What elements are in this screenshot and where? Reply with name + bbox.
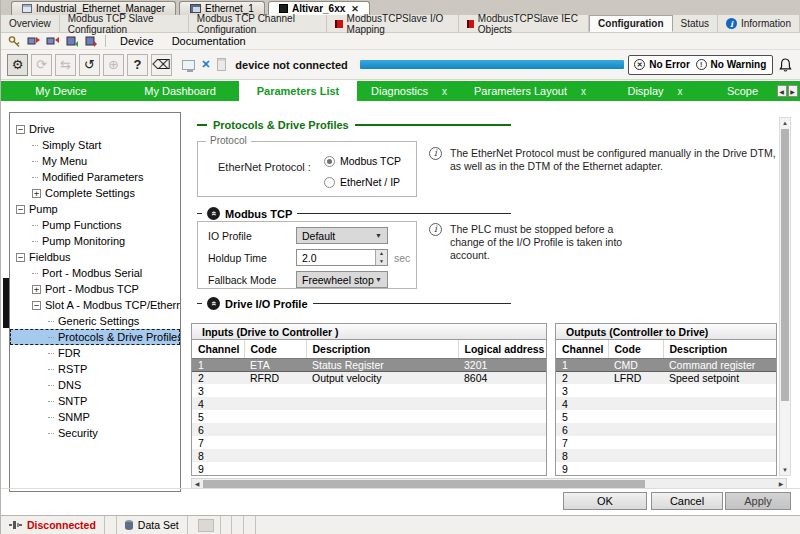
table-row[interactable]: 4	[556, 397, 776, 410]
tree-item-modified-parameters[interactable]: Modified Parameters	[10, 169, 180, 185]
table-row[interactable]: 3	[556, 384, 776, 397]
tree-item-pump[interactable]: −Pump	[10, 201, 180, 217]
collapse-section-icon[interactable]: «	[207, 297, 220, 310]
table-row[interactable]: 6	[192, 423, 546, 436]
disconnect-device-icon[interactable]	[44, 34, 61, 48]
fallback-mode-select[interactable]: Freewheel stop ▼	[296, 271, 388, 288]
load-from-device-icon[interactable]	[82, 34, 99, 48]
load-to-device-icon[interactable]	[63, 34, 80, 48]
table-row[interactable]: 2RFRDOutput velocity8604	[192, 371, 546, 384]
tree-item-security[interactable]: Security	[10, 425, 180, 441]
nav-tab-parameters-list[interactable]: Parameters List	[239, 81, 357, 101]
table-row[interactable]: 5	[192, 410, 546, 423]
tree-item-fieldbus[interactable]: −Fieldbus	[10, 249, 180, 265]
io-profile-select[interactable]: Default ▼	[296, 227, 388, 244]
table-row[interactable]: 5	[556, 410, 776, 423]
collapse-icon[interactable]: −	[16, 125, 25, 134]
nav-tab-my-device[interactable]: My Device	[1, 81, 121, 101]
nav-tab-diagnostics[interactable]: Diagnostics x	[357, 81, 461, 101]
divider	[1, 488, 800, 489]
holdup-time-stepper[interactable]: 2.0 ▲▼	[296, 249, 388, 266]
scroll-left-icon[interactable]: ◀	[777, 85, 787, 97]
erase-button[interactable]: ⌫	[151, 54, 172, 76]
key-icon[interactable]	[6, 34, 23, 48]
scroll-left-icon[interactable]: ◀	[192, 480, 202, 487]
arrow-up-icon[interactable]: ▲	[376, 250, 387, 258]
collapse-section-icon[interactable]: «	[207, 207, 220, 220]
scroll-up-icon[interactable]: ▲	[780, 118, 790, 128]
close-icon[interactable]: x	[442, 86, 447, 97]
nav-tab-my-dashboard[interactable]: My Dashboard	[121, 81, 239, 101]
radio-ethernet-ip[interactable]: EtherNet / IP	[324, 176, 400, 188]
tree-item-port-modbus-tcp[interactable]: +Port - Modbus TCP	[10, 281, 180, 297]
tab-status[interactable]: Status	[673, 15, 718, 32]
tree-item-snmp[interactable]: SNMP	[10, 409, 180, 425]
settings-gear-button[interactable]: ⚙	[7, 54, 28, 76]
vertical-scrollbar[interactable]: ▲ ▼	[779, 117, 791, 476]
table-row[interactable]: 1CMDCommand register	[556, 358, 776, 371]
cancel-button[interactable]: Cancel	[651, 492, 723, 510]
table-row[interactable]: 4	[192, 397, 546, 410]
arrow-down-icon[interactable]: ▼	[376, 258, 387, 266]
collapse-icon[interactable]: −	[16, 253, 25, 262]
table-row[interactable]: 6	[556, 423, 776, 436]
refresh-button[interactable]: ⟳	[31, 54, 52, 76]
collapse-icon[interactable]: −	[32, 301, 41, 310]
table-row[interactable]: 9	[556, 462, 776, 475]
table-row[interactable]: 8	[192, 449, 546, 462]
nav-tab-parameters-layout[interactable]: Parameters Layout x	[461, 81, 599, 101]
radio-modbus-tcp[interactable]: Modbus TCP	[324, 155, 401, 167]
stepper-arrows[interactable]: ▲▼	[375, 250, 387, 265]
close-icon[interactable]: x	[581, 86, 586, 97]
help-button[interactable]: ?	[127, 54, 148, 76]
tree-item-dns[interactable]: DNS	[10, 377, 180, 393]
tab-configuration[interactable]: Configuration	[589, 15, 673, 32]
tab-modbustcpslave-io-mapping[interactable]: ModbusTCPSlave I/O Mapping	[327, 15, 458, 32]
expand-icon[interactable]: +	[32, 285, 41, 294]
expand-icon[interactable]: +	[32, 189, 41, 198]
tab-overview[interactable]: Overview	[1, 15, 60, 32]
tree-item-drive[interactable]: −Drive	[10, 121, 180, 137]
menu-device[interactable]: Device	[112, 35, 162, 47]
table-row[interactable]: 8	[556, 449, 776, 462]
tree-item-slot-a-modbus-tcp-ethernetip[interactable]: −Slot A - Modbus TCP/EthernetIP	[10, 297, 180, 313]
table-row[interactable]: 9	[192, 462, 546, 475]
compare-button[interactable]: ⇆	[55, 54, 76, 76]
scroll-down-icon[interactable]: ▼	[780, 465, 790, 475]
scroll-right-icon[interactable]: ▶	[788, 85, 798, 97]
collapse-icon[interactable]: −	[16, 205, 25, 214]
nav-tab-scope[interactable]: Scope	[711, 81, 774, 101]
tree-item-my-menu[interactable]: My Menu	[10, 153, 180, 169]
table-row[interactable]: 1ETAStatus Register3201	[192, 358, 546, 371]
tab-modbus-tcp-slave-configuration[interactable]: Modbus TCP Slave Configuration	[60, 15, 189, 32]
tab-information[interactable]: i Information	[718, 15, 800, 32]
tab-modbustcpslave-iec-objects[interactable]: ModbusTCPSlave IEC Objects	[459, 15, 589, 32]
tab-modbus-tcp-channel-configuration[interactable]: Modbus TCP Channel Configuration	[189, 15, 327, 32]
target-button[interactable]: ⊕	[103, 54, 124, 76]
apply-button[interactable]: Apply	[725, 492, 791, 510]
scroll-right-icon[interactable]: ▶	[776, 480, 786, 487]
tree-item-fdr[interactable]: FDR	[10, 345, 180, 361]
tree-item-protocols-drive-profiles[interactable]: Protocols & Drive Profiles	[10, 329, 180, 345]
tree-item-port-modbus-serial[interactable]: Port - Modbus Serial	[10, 265, 180, 281]
tree-item-pump-monitoring[interactable]: Pump Monitoring	[10, 233, 180, 249]
scrollbar-thumb[interactable]	[203, 480, 645, 488]
menu-documentation[interactable]: Documentation	[164, 35, 254, 47]
ok-button[interactable]: OK	[563, 492, 647, 510]
nav-tab-display[interactable]: Display x	[599, 81, 711, 101]
close-icon[interactable]: x	[678, 86, 683, 97]
tree-item-complete-settings[interactable]: +Complete Settings	[10, 185, 180, 201]
table-row[interactable]: 3	[192, 384, 546, 397]
table-row[interactable]: 7	[556, 436, 776, 449]
table-row[interactable]: 2LFRDSpeed setpoint	[556, 371, 776, 384]
sync-button[interactable]: ↺	[79, 54, 100, 76]
tree-item-sntp[interactable]: SNTP	[10, 393, 180, 409]
table-row[interactable]: 7	[192, 436, 546, 449]
alarm-bell-icon[interactable]	[779, 56, 792, 74]
tree-item-simply-start[interactable]: Simply Start	[10, 137, 180, 153]
tree-item-rstp[interactable]: RSTP	[10, 361, 180, 377]
connect-device-icon[interactable]	[25, 34, 42, 48]
tree-item-pump-functions[interactable]: Pump Functions	[10, 217, 180, 233]
tree-item-generic-settings[interactable]: Generic Settings	[10, 313, 180, 329]
scrollbar-thumb[interactable]	[781, 129, 789, 401]
